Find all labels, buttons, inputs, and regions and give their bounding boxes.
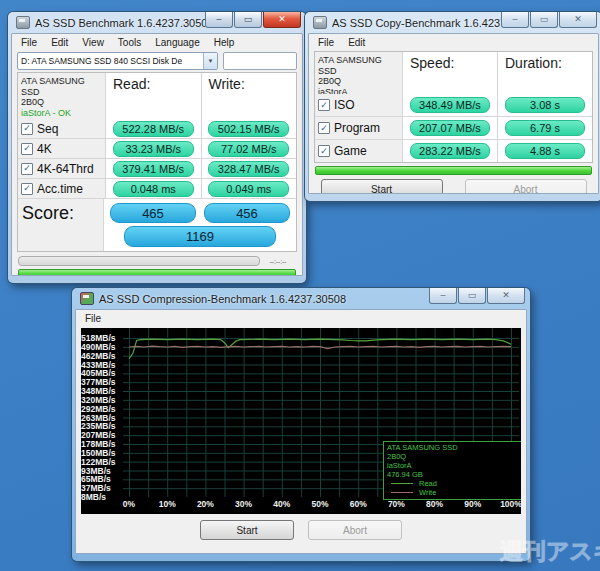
menu-item-file[interactable]: File bbox=[78, 312, 108, 325]
speed-value: 207.07 MB/s bbox=[410, 120, 491, 136]
menu-item-file[interactable]: File bbox=[311, 36, 341, 49]
checkbox-4k[interactable]: ✓ bbox=[21, 143, 33, 155]
benchmark-titlebar[interactable]: AS SSD Benchmark 1.6.4237.30508 – ▭ ✕ bbox=[11, 12, 303, 33]
score-label: Score: bbox=[18, 199, 104, 251]
read-column-header: Read: bbox=[106, 73, 202, 119]
device-info-line: ATA SAMSUNG SSD bbox=[21, 76, 102, 97]
check-icon: ✓ bbox=[320, 124, 328, 133]
score-write-value: 456 bbox=[204, 203, 290, 223]
compression-benchmark-window: AS SSD Compression-Benchmark 1.6.4237.30… bbox=[72, 288, 530, 561]
copy-titlebar[interactable]: AS SSD Copy-Benchmark 1.6.4237.30508 – ▭… bbox=[308, 12, 599, 33]
start-button[interactable]: Start bbox=[321, 179, 443, 194]
check-icon: ✓ bbox=[23, 124, 31, 133]
score-total-value: 1169 bbox=[124, 226, 276, 247]
empty-input[interactable] bbox=[223, 52, 297, 70]
green-progress-bar bbox=[18, 269, 296, 276]
menu-bar: FileEdit bbox=[309, 34, 598, 50]
legend-write-entry: Write bbox=[387, 488, 521, 497]
maximize-button[interactable]: ▭ bbox=[458, 288, 486, 304]
menu-bar: FileEditViewToolsLanguageHelp bbox=[12, 34, 302, 50]
app-icon bbox=[16, 16, 30, 29]
checkbox-game[interactable]: ✓ bbox=[318, 145, 330, 157]
row-label: Acc.time bbox=[37, 182, 83, 196]
x-axis-label: 80% bbox=[420, 499, 450, 509]
x-axis-label: 60% bbox=[343, 499, 373, 509]
legend-device-line: iaStorA bbox=[387, 461, 521, 470]
checkbox-iso[interactable]: ✓ bbox=[318, 99, 330, 111]
menu-item-tools[interactable]: Tools bbox=[111, 36, 148, 49]
write-value: 502.15 MB/s bbox=[208, 121, 289, 137]
copy-table: ATA SAMSUNG SSD2B0QiaStorA476.94 GB Spee… bbox=[314, 51, 593, 163]
checkbox-seq[interactable]: ✓ bbox=[21, 123, 33, 135]
check-icon: ✓ bbox=[23, 164, 31, 173]
chart-legend: ATA SAMSUNG SSD 2B0Q iaStorA 476.94 GB R… bbox=[383, 441, 521, 500]
legend-device-line: 476.94 GB bbox=[387, 470, 521, 479]
compression-titlebar[interactable]: AS SSD Compression-Benchmark 1.6.4237.30… bbox=[75, 288, 527, 309]
checkbox-4k-64thrd[interactable]: ✓ bbox=[21, 163, 33, 175]
row-label: ISO bbox=[334, 98, 355, 112]
write-value: 0.049 ms bbox=[208, 181, 289, 197]
benchmark-window: AS SSD Benchmark 1.6.4237.30508 – ▭ ✕ Fi… bbox=[8, 12, 306, 283]
write-value: 328.47 MB/s bbox=[208, 161, 289, 177]
compression-chart: 518MB/s490MB/s462MB/s433MB/s405MB/s377MB… bbox=[81, 328, 521, 514]
abort-button[interactable]: Abort bbox=[308, 520, 402, 540]
green-progress-bar bbox=[315, 166, 592, 175]
check-icon: ✓ bbox=[320, 147, 328, 156]
speed-value: 348.49 MB/s bbox=[410, 97, 491, 113]
menu-bar: File bbox=[76, 310, 526, 326]
device-info-line: ATA SAMSUNG SSD bbox=[318, 55, 399, 76]
x-axis-label: 40% bbox=[267, 499, 297, 509]
check-icon: ✓ bbox=[320, 101, 328, 110]
chevron-down-icon: ▼ bbox=[203, 53, 217, 69]
check-icon: ✓ bbox=[23, 184, 31, 193]
window-title: AS SSD Copy-Benchmark 1.6.4237.30508 bbox=[332, 17, 501, 29]
row-label: 4K bbox=[37, 142, 52, 156]
table-row: ✓4K33.23 MB/s77.02 MB/s bbox=[18, 138, 296, 158]
x-axis-label: 0% bbox=[114, 499, 144, 509]
score-row: Score: 465 456 1169 bbox=[18, 198, 296, 251]
menu-item-edit[interactable]: Edit bbox=[44, 36, 75, 49]
menu-item-edit[interactable]: Edit bbox=[341, 36, 372, 49]
drive-select[interactable]: D: ATA SAMSUNG SSD 840 SCSI Disk De ▼ bbox=[17, 52, 218, 70]
checkbox-program[interactable]: ✓ bbox=[318, 122, 330, 134]
read-value: 379.41 MB/s bbox=[113, 161, 194, 177]
write-column-header: Write: bbox=[202, 73, 297, 119]
close-button[interactable]: ✕ bbox=[263, 12, 301, 28]
device-info-line: iaStorA - OK bbox=[21, 108, 102, 119]
x-axis-label: 90% bbox=[458, 499, 488, 509]
table-row: ✓4K-64Thrd379.41 MB/s328.47 MB/s bbox=[18, 158, 296, 178]
speed-column-header: Speed: bbox=[403, 52, 498, 94]
row-label: Game bbox=[334, 144, 367, 158]
write-value: 77.02 MB/s bbox=[208, 141, 289, 157]
duration-value: 3.08 s bbox=[505, 97, 586, 113]
start-button[interactable]: Start bbox=[200, 520, 294, 540]
table-row: ✓Acc.time0.048 ms0.049 ms bbox=[18, 178, 296, 198]
menu-item-help[interactable]: Help bbox=[207, 36, 242, 49]
copy-benchmark-window: AS SSD Copy-Benchmark 1.6.4237.30508 – ▭… bbox=[305, 12, 600, 201]
legend-device-line: 2B0Q bbox=[387, 452, 521, 461]
legend-device-line: ATA SAMSUNG SSD bbox=[387, 443, 521, 452]
x-axis-label: 50% bbox=[305, 499, 335, 509]
close-button[interactable]: ✕ bbox=[559, 12, 597, 28]
close-button[interactable]: ✕ bbox=[487, 288, 525, 304]
abort-button[interactable]: Abort bbox=[465, 179, 587, 194]
menu-item-view[interactable]: View bbox=[75, 36, 111, 49]
row-label: Program bbox=[334, 121, 380, 135]
duration-value: 4.88 s bbox=[505, 143, 586, 159]
read-value: 522.28 MB/s bbox=[113, 121, 194, 137]
device-info-line: 2B0Q bbox=[318, 76, 399, 87]
check-icon: ✓ bbox=[23, 144, 31, 153]
maximize-button[interactable]: ▭ bbox=[234, 12, 262, 28]
menu-item-language[interactable]: Language bbox=[148, 36, 207, 49]
row-label: Seq bbox=[37, 122, 58, 136]
minimize-button[interactable]: – bbox=[501, 12, 529, 28]
x-axis-label: 10% bbox=[152, 499, 182, 509]
menu-item-file[interactable]: File bbox=[14, 36, 44, 49]
checkbox-acc.time[interactable]: ✓ bbox=[21, 183, 33, 195]
table-row: ✓ISO348.49 MB/s3.08 s bbox=[315, 94, 592, 116]
duration-column-header: Duration: bbox=[498, 52, 592, 94]
minimize-button[interactable]: – bbox=[429, 288, 457, 304]
minimize-button[interactable]: – bbox=[205, 12, 233, 28]
table-row: ✓Seq522.28 MB/s502.15 MB/s bbox=[18, 119, 296, 138]
maximize-button[interactable]: ▭ bbox=[530, 12, 558, 28]
